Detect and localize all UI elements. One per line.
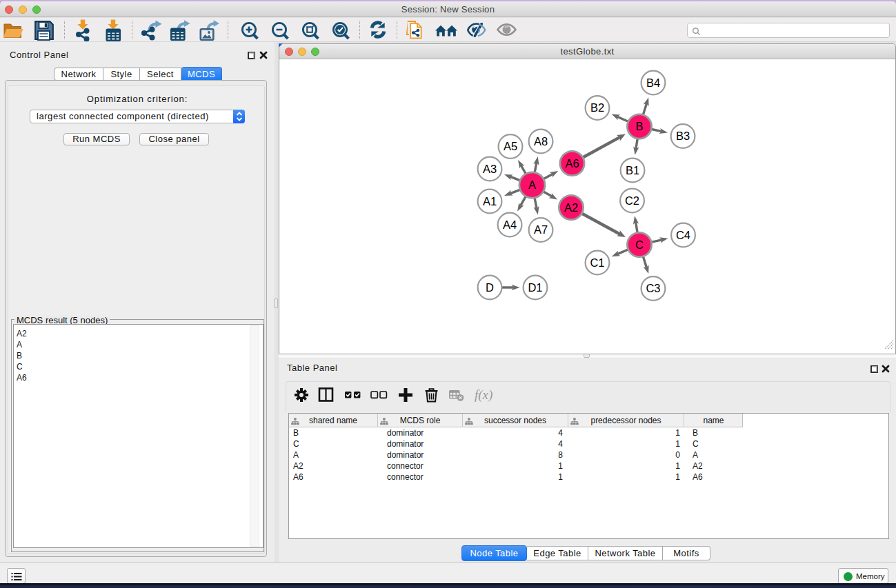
svg-text:A8: A8 [534,135,548,148]
svg-text:C1: C1 [590,256,604,269]
svg-text:A: A [528,179,536,191]
svg-text:B1: B1 [626,164,639,176]
svg-text:B2: B2 [590,101,604,114]
svg-text:B: B [635,120,643,132]
svg-text:D: D [486,281,494,294]
svg-text:A5: A5 [504,140,517,152]
svg-text:A4: A4 [503,219,517,231]
svg-text:A3: A3 [483,163,497,175]
svg-text:C3: C3 [646,282,660,294]
svg-text:C: C [635,239,644,251]
svg-text:A6: A6 [565,157,579,170]
svg-text:A1: A1 [483,195,497,207]
svg-text:B3: B3 [676,130,690,142]
svg-text:f(x): f(x) [475,387,492,403]
svg-text:C4: C4 [676,229,690,241]
svg-text:C2: C2 [625,194,639,207]
svg-text:A2: A2 [564,201,578,214]
svg-text:A7: A7 [534,223,548,236]
svg-text:B4: B4 [646,77,660,89]
svg-text:D1: D1 [528,281,542,294]
